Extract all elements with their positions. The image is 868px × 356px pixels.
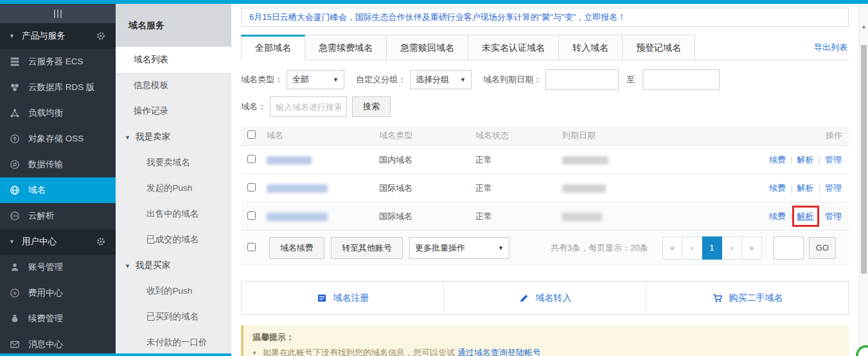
globe-icon bbox=[9, 184, 21, 196]
first-page-button[interactable]: « bbox=[662, 236, 682, 260]
expire-date-to-input[interactable] bbox=[642, 69, 720, 90]
domain-type-cell: 国际域名 bbox=[379, 211, 475, 222]
resolve-link[interactable]: 解析 bbox=[797, 210, 815, 222]
sidebar-collapse-bar[interactable] bbox=[0, 4, 116, 23]
row-checkbox[interactable] bbox=[247, 183, 256, 191]
sidebar-item-label: 云服务器 ECS bbox=[28, 56, 84, 67]
footer-action-label: 购买二手域名 bbox=[729, 292, 783, 304]
tab-5[interactable]: 预登记域名 bbox=[623, 35, 695, 60]
sidebar-item-label: 对象存储 OSS bbox=[28, 133, 84, 145]
collapse-sidebar-icon[interactable] bbox=[54, 10, 62, 18]
pencil-action-button[interactable]: 域名转入 bbox=[443, 281, 646, 314]
bottom-accent-bar bbox=[0, 353, 231, 356]
subnav-item-label: 未付款的一口价 bbox=[146, 337, 208, 347]
subnav-item-selling[interactable]: 出售中的域名 bbox=[116, 201, 231, 227]
batch-buttons: 域名续费转至其他账号 bbox=[269, 237, 409, 259]
subnav-item-label: 我是卖家 bbox=[136, 132, 170, 141]
sidebar-item-messages[interactable]: 消息中心 bbox=[0, 332, 116, 356]
pencil-icon bbox=[518, 292, 530, 304]
domain-search-input[interactable] bbox=[270, 96, 347, 117]
current-page-button[interactable]: 1 bbox=[702, 236, 722, 260]
server-icon bbox=[9, 56, 21, 67]
subnav-item-info-template[interactable]: 信息模板 bbox=[116, 73, 231, 98]
sidebar-item-renewal[interactable]: 续费管理 bbox=[0, 306, 116, 332]
manage-link[interactable]: 管理 bbox=[824, 210, 842, 222]
domain-type-select[interactable]: 全部 ▼ bbox=[287, 70, 344, 89]
last-page-button[interactable]: » bbox=[742, 236, 762, 260]
domain-table: 域名域名类型域名状态到期日期操作 国内域名正常续费|解析|管理国际域名正常续费|… bbox=[241, 126, 849, 231]
custom-group-label: 自定义分组： bbox=[356, 74, 406, 85]
tab-3[interactable]: 未实名认证域名 bbox=[468, 35, 559, 60]
promo-banner-text: 6月15日云栖大会厦门峰会，国际生态合作伙伴及重磅行业客户现场分享计算的"聚"与… bbox=[249, 12, 626, 23]
action-separator: | bbox=[819, 155, 820, 165]
sidebar-item-rds[interactable]: 云数据库 RDS 版 bbox=[0, 75, 116, 100]
prev-page-button[interactable]: ‹ bbox=[682, 236, 702, 260]
cart-action-button[interactable]: 购买二手域名 bbox=[646, 281, 848, 314]
domain-type-cell: 国际域名 bbox=[379, 182, 475, 194]
batch-renew-button[interactable]: 域名续费 bbox=[269, 237, 324, 259]
action-separator: | bbox=[790, 183, 792, 193]
next-page-button[interactable]: › bbox=[722, 236, 742, 260]
domain-search-label: 域名： bbox=[241, 101, 266, 112]
query-login-account-link[interactable]: 通过域名查询登陆帐号 bbox=[457, 348, 541, 356]
row-checkbox[interactable] bbox=[247, 211, 256, 220]
transfer-account-button[interactable]: 转至其他账号 bbox=[331, 237, 403, 259]
renew-link[interactable]: 续费 bbox=[768, 154, 786, 166]
subnav-item-bought[interactable]: 已买到的域名 bbox=[116, 304, 231, 330]
custom-group-select[interactable]: 选择分组 ▼ bbox=[410, 70, 472, 89]
subnav-item-label: 信息模板 bbox=[134, 80, 168, 90]
tab-1[interactable]: 急需续费域名 bbox=[305, 35, 387, 60]
scrollbar-thumb[interactable] bbox=[861, 45, 867, 274]
sidebar-item-domain[interactable]: 域名 bbox=[0, 177, 116, 203]
subnav-item-push-received[interactable]: 收到的Push bbox=[116, 278, 231, 304]
pagination: «‹1›» bbox=[662, 236, 762, 260]
sidebar-item-dts[interactable]: 数据传输 bbox=[0, 152, 116, 177]
subnav-item-seller[interactable]: ▼我是卖家 bbox=[116, 124, 231, 150]
sidebar-item-label: 账号管理 bbox=[28, 262, 63, 273]
sidebar-section-user-center[interactable]: ▼用户中心 bbox=[0, 229, 116, 254]
manage-link[interactable]: 管理 bbox=[824, 182, 842, 194]
page-jump-go-button[interactable]: GO bbox=[809, 237, 836, 259]
row-checkbox[interactable] bbox=[247, 155, 256, 163]
more-batch-select[interactable]: 更多批量操作 ▼ bbox=[409, 237, 509, 259]
subnav-item-sell-domain[interactable]: 我要卖域名 bbox=[116, 150, 231, 175]
promo-banner[interactable]: 6月15日云栖大会厦门峰会，国际生态合作伙伴及重磅行业客户现场分享计算的"聚"与… bbox=[241, 8, 849, 27]
domain-type-label: 域名类型： bbox=[241, 74, 283, 85]
renew-link[interactable]: 续费 bbox=[768, 210, 786, 222]
tab-all-domains[interactable]: 全部域名 bbox=[241, 35, 305, 60]
domain-service-subnav: 域名服务 域名列表信息模板操作记录▼我是卖家我要卖域名发起的Push出售中的域名… bbox=[116, 4, 231, 356]
sidebar-item-oss[interactable]: 对象存储 OSS bbox=[0, 126, 116, 152]
tab-2[interactable]: 急需赎回域名 bbox=[387, 35, 468, 60]
scrollbar[interactable]: ▲ bbox=[859, 4, 868, 356]
sidebar-section-products[interactable]: ▼产品与服务 bbox=[0, 23, 116, 49]
select-all-checkbox[interactable] bbox=[247, 130, 256, 139]
resolve-link[interactable]: 解析 bbox=[797, 182, 815, 194]
sidebar-item-account[interactable]: 账号管理 bbox=[0, 254, 116, 280]
expire-date-from-input[interactable] bbox=[545, 69, 619, 90]
subnav-item-operation-log[interactable]: 操作记录 bbox=[116, 98, 231, 124]
envelope-icon bbox=[9, 339, 21, 350]
column-header: 域名类型 bbox=[379, 130, 475, 141]
sidebar-item-slb[interactable]: 负载均衡 bbox=[0, 100, 116, 126]
subnav-item-domain-list[interactable]: 域名列表 bbox=[116, 47, 231, 73]
column-header: 到期日期 bbox=[562, 130, 720, 141]
register-action-button[interactable]: 域名注册 bbox=[242, 281, 443, 314]
search-button[interactable]: 搜索 bbox=[352, 96, 391, 117]
sidebar-item-billing[interactable]: ¥费用中心 bbox=[0, 280, 116, 306]
subnav-item-unpaid[interactable]: 未付款的一口价 bbox=[116, 330, 231, 355]
page-jump-input[interactable] bbox=[774, 236, 804, 260]
sidebar-item-ecs[interactable]: 云服务器 ECS bbox=[0, 49, 116, 75]
subnav-item-sold[interactable]: 已成交的域名 bbox=[116, 227, 231, 253]
subnav-item-push-sent[interactable]: 发起的Push bbox=[116, 175, 231, 201]
scrollbar-up-arrow-icon[interactable]: ▲ bbox=[860, 22, 868, 31]
batch-select-checkbox[interactable] bbox=[247, 243, 256, 251]
export-list-link[interactable]: 导出列表 bbox=[814, 42, 847, 53]
sidebar-item-dns[interactable]: DNS云解析 bbox=[0, 203, 116, 229]
tab-4[interactable]: 转入域名 bbox=[559, 35, 623, 60]
subnav-item-buyer[interactable]: ▼我是买家 bbox=[116, 253, 231, 278]
expire-date-cell-redacted bbox=[562, 155, 720, 165]
renew-link[interactable]: 续费 bbox=[768, 182, 786, 194]
table-body: 国内域名正常续费|解析|管理国际域名正常续费|解析|管理国际域名正常续费|解析|… bbox=[241, 146, 849, 231]
resolve-link[interactable]: 解析 bbox=[797, 154, 815, 166]
manage-link[interactable]: 管理 bbox=[824, 154, 842, 166]
